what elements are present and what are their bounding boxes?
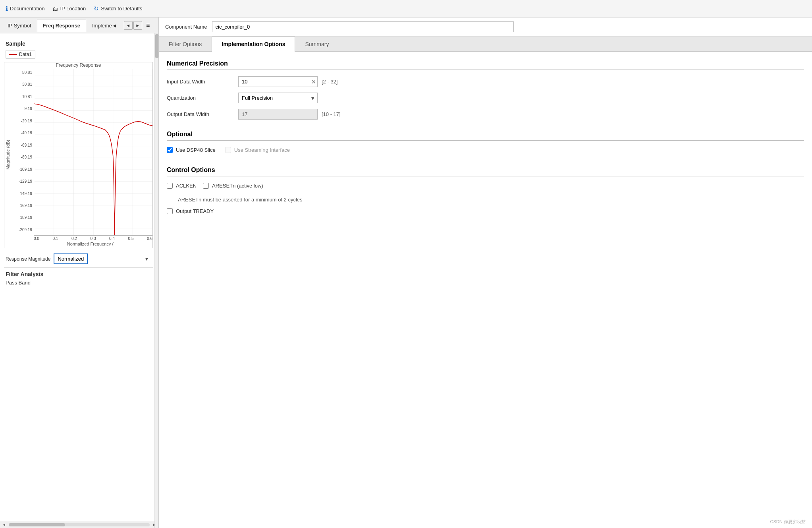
left-tab-bar: IP Symbol Freq Response Impleme◄ ◄ ► ≡: [0, 17, 158, 33]
quantization-select-wrapper: Full Precision Truncation Rounding ▼: [238, 93, 318, 103]
documentation-button[interactable]: ℹ Documentation: [6, 5, 44, 12]
output-tready-checkbox[interactable]: [167, 208, 173, 214]
watermark: CSDN @夏凉秋茄: [770, 519, 806, 525]
filter-analysis-section: Filter Analysis Pass Band: [4, 267, 153, 289]
aclken-checkbox[interactable]: [167, 183, 173, 189]
aclken-checkbox-row: ACLKEN: [167, 183, 197, 189]
horizontal-scrollbar[interactable]: ◄ ►: [0, 521, 158, 528]
chart-container: Frequency Response Magnitude (dB) 50.81 …: [4, 62, 153, 248]
input-data-width-label: Input Data Width: [167, 79, 238, 85]
switch-to-defaults-button[interactable]: ↻ Switch to Defaults: [94, 5, 142, 12]
legend-item: Data1: [6, 50, 35, 59]
ip-location-button[interactable]: 🗂 IP Location: [52, 6, 86, 12]
x-ticks: 0.0 0.1 0.2 0.3 0.4 0.5 0.6: [34, 236, 152, 241]
quantization-select[interactable]: Full Precision Truncation Rounding: [238, 93, 318, 103]
use-dsp48-slice-label: Use DSP48 Slice: [176, 147, 216, 153]
left-panel: IP Symbol Freq Response Impleme◄ ◄ ► ≡ S…: [0, 17, 159, 528]
sample-section: Sample Data1: [4, 37, 153, 60]
optional-row: Use DSP48 Slice Use Streaming Interface: [167, 147, 804, 157]
optional-section: Optional Use DSP48 Slice Use Streaming I…: [167, 131, 804, 157]
output-data-width-field: [238, 109, 318, 120]
legend-label: Data1: [19, 52, 32, 57]
info-icon: ℹ: [6, 5, 8, 12]
output-tready-checkbox-row: Output TREADY: [167, 208, 804, 214]
component-name-input[interactable]: [212, 21, 514, 32]
optional-header: Optional: [167, 131, 804, 141]
chart-inner: 50.81 30.81 10.81 -9.19 -29.19 -49.19 -6…: [12, 69, 152, 241]
switch-to-defaults-label: Switch to Defaults: [101, 6, 142, 12]
use-streaming-interface-checkbox: [225, 147, 231, 153]
numerical-precision-section: Numerical Precision Input Data Width ✕ […: [167, 60, 804, 120]
ip-location-label: IP Location: [60, 6, 86, 12]
aresetn-label: ARESETn (active low): [212, 183, 263, 189]
x-axis-label: Normalized Frequency (: [4, 241, 152, 248]
y-ticks: 50.81 30.81 10.81 -9.19 -29.19 -49.19 -6…: [12, 69, 34, 241]
refresh-icon: ↻: [94, 5, 99, 12]
pass-band-label: Pass Band: [6, 280, 151, 286]
output-data-width-row: Output Data Width [10 - 17]: [167, 109, 804, 120]
response-magnitude-select-wrapper: Normalized dB Linear ▼: [54, 253, 151, 264]
documentation-label: Documentation: [10, 6, 44, 12]
response-magnitude-label: Response Magnitude: [6, 256, 50, 262]
tab-next-button[interactable]: ►: [133, 21, 142, 30]
tab-summary[interactable]: Summary: [295, 37, 339, 51]
response-magnitude-select[interactable]: Normalized dB Linear: [54, 253, 88, 264]
aclken-aresetn-row: ACLKEN ARESETn (active low): [167, 183, 804, 193]
filter-analysis-title: Filter Analysis: [6, 271, 151, 277]
scrollbar-track: [9, 523, 150, 526]
right-tab-bar: Filter Options Implementation Options Su…: [159, 37, 812, 52]
tab-ip-symbol[interactable]: IP Symbol: [2, 19, 37, 32]
scrollbar-thumb: [9, 523, 65, 526]
input-data-width-field[interactable]: [238, 76, 318, 87]
response-magnitude-section: Response Magnitude Normalized dB Linear …: [4, 250, 153, 267]
clear-icon[interactable]: ✕: [311, 79, 316, 85]
location-icon: 🗂: [52, 6, 58, 12]
frequency-chart-svg: [34, 69, 152, 236]
input-data-width-row: Input Data Width ✕ [2 - 32]: [167, 76, 804, 87]
aresetn-checkbox-row: ARESETn (active low): [203, 183, 263, 189]
tab-impleme[interactable]: Impleme◄: [86, 19, 123, 32]
right-content: Numerical Precision Input Data Width ✕ […: [159, 52, 812, 528]
component-name-row: Component Name: [159, 17, 812, 37]
dsp48-checkbox-row: Use DSP48 Slice: [167, 147, 216, 153]
numerical-precision-header: Numerical Precision: [167, 60, 804, 70]
right-panel: Component Name Filter Options Implementa…: [159, 17, 812, 528]
aresetn-note: ARESETn must be asserted for a minimum o…: [178, 197, 804, 203]
aresetn-checkbox[interactable]: [203, 183, 209, 189]
quantization-label: Quantization: [167, 95, 238, 101]
tab-filter-options[interactable]: Filter Options: [159, 37, 212, 51]
output-data-width-label: Output Data Width: [167, 111, 238, 117]
legend-line: [9, 54, 17, 55]
quantization-row: Quantization Full Precision Truncation R…: [167, 93, 804, 103]
chart-title: Frequency Response: [4, 62, 152, 68]
streaming-interface-checkbox-row: Use Streaming Interface: [225, 147, 290, 153]
use-streaming-interface-label: Use Streaming Interface: [234, 147, 290, 153]
component-name-label: Component Name: [165, 24, 207, 30]
scroll-left-button[interactable]: ◄: [1, 522, 7, 527]
tab-implementation-options[interactable]: Implementation Options: [212, 37, 295, 52]
use-dsp48-slice-checkbox[interactable]: [167, 147, 173, 153]
aclken-label: ACLKEN: [176, 183, 197, 189]
left-content: Sample Data1 Frequency Response Magnitud…: [0, 33, 158, 521]
control-options-header: Control Options: [167, 166, 804, 176]
chart-area: Magnitude (dB) 50.81 30.81 10.81 -9.19 -…: [4, 69, 152, 241]
output-tready-label: Output TREADY: [176, 208, 214, 214]
sample-title: Sample: [6, 41, 151, 47]
tab-menu-button[interactable]: ≡: [144, 21, 152, 30]
output-data-width-range: [10 - 17]: [322, 111, 341, 117]
input-data-width-range: [2 - 32]: [322, 79, 338, 85]
input-data-width-field-wrapper: ✕: [238, 76, 318, 87]
tab-freq-response[interactable]: Freq Response: [37, 19, 86, 32]
main-layout: IP Symbol Freq Response Impleme◄ ◄ ► ≡ S…: [0, 17, 812, 528]
toolbar: ℹ Documentation 🗂 IP Location ↻ Switch t…: [0, 0, 812, 17]
chevron-down-icon: ▼: [145, 257, 149, 261]
y-axis-label: Magnitude (dB): [4, 69, 12, 241]
control-options-section: Control Options ACLKEN ARESETn (active l…: [167, 166, 804, 214]
tab-prev-button[interactable]: ◄: [124, 21, 133, 30]
